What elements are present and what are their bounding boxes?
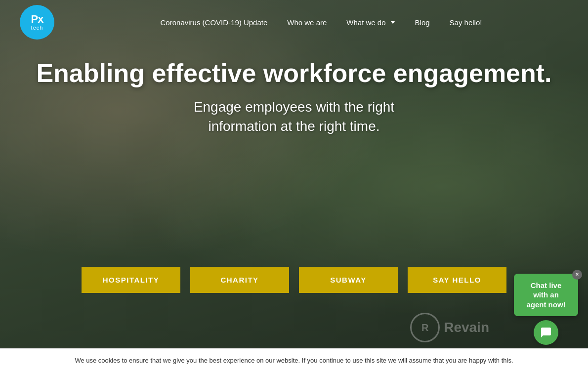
revain-text: Revain (444, 320, 489, 335)
logo-px-text: Px (31, 14, 43, 25)
revain-logo-icon: R (410, 313, 440, 342)
cta-subway[interactable]: SUBWAY (299, 267, 398, 293)
nav-say-hello[interactable]: Say hello! (440, 14, 492, 31)
logo[interactable]: Px tech (20, 5, 54, 40)
chat-widget: × Chat live with an agent now! (514, 274, 578, 345)
chat-icon (540, 327, 552, 338)
hero-section: Px tech Coronavirus (COVID-19) Update Wh… (0, 0, 588, 372)
chat-bubble[interactable]: × Chat live with an agent now! (514, 274, 578, 317)
cta-say-hello[interactable]: SAY HELLO (408, 267, 506, 293)
cta-charity[interactable]: CHARITY (190, 267, 289, 293)
hero-content: Enabling effective workforce engagement.… (0, 59, 588, 136)
cta-buttons-row: HOSPITALITY CHARITY SUBWAY SAY HELLO (0, 267, 588, 293)
logo-tech-text: tech (31, 25, 43, 31)
nav-links: Coronavirus (COVID-19) Update Who we are… (74, 14, 568, 31)
navbar: Px tech Coronavirus (COVID-19) Update Wh… (0, 0, 588, 44)
hero-heading: Enabling effective workforce engagement. (20, 59, 568, 87)
cookie-bar: We use cookies to ensure that we give yo… (0, 348, 588, 372)
revain-watermark: R Revain (410, 313, 489, 342)
chat-icon-circle[interactable] (534, 320, 558, 345)
nav-covid-update[interactable]: Coronavirus (COVID-19) Update (151, 14, 278, 31)
nav-what-we-do[interactable]: What we do (336, 14, 405, 31)
cta-hospitality[interactable]: HOSPITALITY (82, 267, 180, 293)
hero-subheading: Engage employees with the right informat… (20, 97, 568, 136)
hero-background (0, 0, 588, 372)
chevron-down-icon (390, 21, 395, 24)
nav-blog[interactable]: Blog (405, 14, 440, 31)
nav-who-we-are[interactable]: Who we are (277, 14, 336, 31)
chat-close-button[interactable]: × (572, 270, 582, 280)
